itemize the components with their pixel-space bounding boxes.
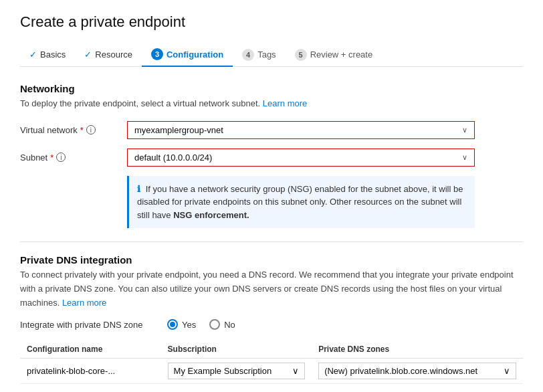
tab-resource[interactable]: ✓ Resource: [75, 44, 142, 65]
tab-tags[interactable]: 4 Tags: [233, 43, 285, 66]
tab-basics-label: Basics: [40, 50, 66, 60]
tab-resource-label: Resource: [95, 50, 132, 60]
table-row: privatelink-blob-core-... My Example Sub…: [20, 359, 523, 384]
networking-section-desc: To deploy the private endpoint, select a…: [20, 97, 523, 110]
tab-review[interactable]: 5 Review + create: [286, 43, 383, 66]
subnet-required: *: [50, 153, 53, 163]
dns-section: Private DNS integration To connect priva…: [20, 254, 523, 384]
wizard-tabs: ✓ Basics ✓ Resource 3 Configuration 4 Ta…: [20, 43, 523, 67]
subnet-info-icon[interactable]: i: [56, 153, 66, 162]
virtual-network-label: Virtual network * i: [20, 125, 127, 135]
col-header-dns-zones: Private DNS zones: [312, 340, 523, 359]
subnet-label: Subnet * i: [20, 153, 127, 163]
subnet-row: Subnet * i default (10.0.0.0/24) ∨: [20, 149, 523, 167]
nsg-info-icon: ℹ: [137, 184, 140, 194]
tags-step-circle: 4: [242, 49, 254, 61]
tab-basics[interactable]: ✓ Basics: [20, 44, 75, 65]
virtual-network-info-icon[interactable]: i: [86, 125, 96, 134]
subscription-cell: My Example Subscription ∨: [161, 359, 312, 384]
col-header-config: Configuration name: [20, 340, 161, 359]
config-name-cell: privatelink-blob-core-...: [20, 359, 161, 384]
virtual-network-row: Virtual network * i myexamplergroup-vnet…: [20, 121, 523, 139]
tab-tags-label: Tags: [257, 50, 276, 60]
dns-section-desc: To connect privately with your private e…: [20, 268, 523, 310]
subscription-select[interactable]: My Example Subscription ∨: [168, 363, 306, 379]
dns-zone-cell: (New) privatelink.blob.core.windows.net …: [312, 359, 523, 384]
page-title: Create a private endpoint: [20, 13, 523, 31]
dns-zone-chevron-icon: ∨: [504, 366, 510, 376]
virtual-network-chevron-icon: ∨: [462, 126, 467, 134]
review-step-circle: 5: [295, 49, 307, 61]
dns-section-title: Private DNS integration: [20, 254, 523, 266]
radio-yes-btn[interactable]: [167, 319, 178, 330]
dns-zone-select[interactable]: (New) privatelink.blob.core.windows.net …: [318, 363, 516, 379]
radio-yes-label: Yes: [182, 320, 196, 330]
configuration-step-circle: 3: [151, 48, 163, 60]
virtual-network-select[interactable]: myexamplergroup-vnet ∨: [127, 121, 475, 139]
tab-configuration[interactable]: 3 Configuration: [142, 43, 233, 67]
tab-configuration-label: Configuration: [167, 50, 223, 60]
integrate-dns-row: Integrate with private DNS zone Yes No: [20, 319, 523, 330]
radio-yes[interactable]: Yes: [167, 319, 196, 330]
networking-learn-more[interactable]: Learn more: [263, 98, 307, 108]
subscription-value: My Example Subscription: [174, 366, 272, 376]
subnet-value: default (10.0.0.0/24): [134, 153, 212, 163]
col-header-subscription: Subscription: [161, 340, 312, 359]
tab-review-label: Review + create: [310, 50, 373, 60]
networking-section-title: Networking: [20, 83, 523, 94]
section-divider: [20, 241, 523, 242]
radio-no[interactable]: No: [209, 319, 235, 330]
basics-check-icon: ✓: [29, 50, 37, 60]
nsg-info-box: ℹ If you have a network security group (…: [127, 176, 475, 229]
radio-no-btn[interactable]: [209, 319, 220, 330]
subscription-chevron-icon: ∨: [292, 366, 299, 376]
integrate-dns-label: Integrate with private DNS zone: [20, 320, 154, 330]
nsg-info-text: If you have a network security group (NS…: [137, 184, 463, 220]
virtual-network-required: *: [80, 125, 84, 135]
subnet-select[interactable]: default (10.0.0.0/24) ∨: [127, 149, 475, 167]
dns-learn-more[interactable]: Learn more: [62, 298, 106, 308]
virtual-network-value: myexamplergroup-vnet: [134, 125, 223, 135]
dns-table: Configuration name Subscription Private …: [20, 340, 523, 384]
subnet-chevron-icon: ∨: [462, 153, 467, 162]
radio-no-label: No: [224, 320, 235, 330]
resource-check-icon: ✓: [84, 50, 92, 60]
dns-zone-value: (New) privatelink.blob.core.windows.net: [324, 366, 477, 376]
